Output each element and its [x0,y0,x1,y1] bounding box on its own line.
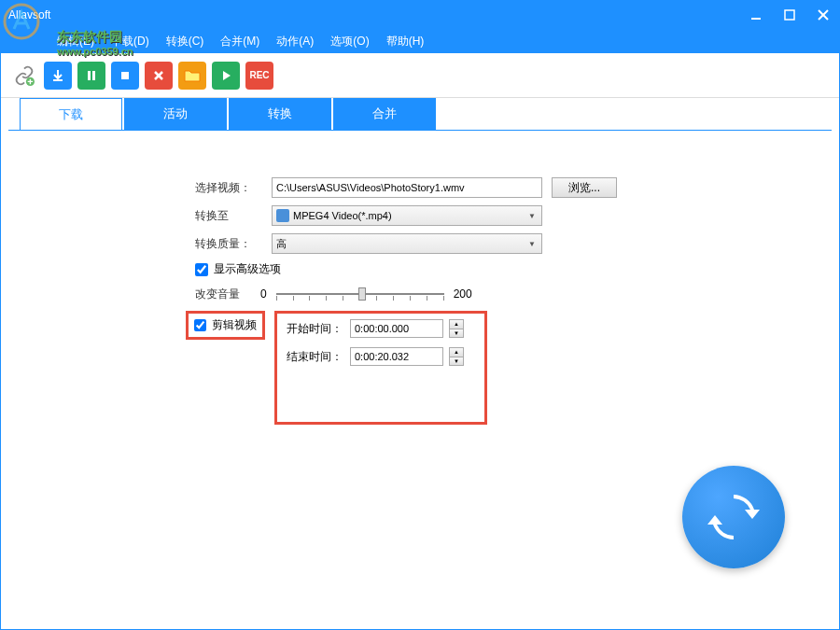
clip-video-checkbox[interactable] [194,319,206,331]
menu-option[interactable]: 选项(O) [330,34,369,49]
paste-url-button[interactable] [10,62,38,90]
minimize-button[interactable] [748,7,764,23]
tabs: 下载 活动 转换 合并 [1,98,839,130]
close-button[interactable] [815,7,832,23]
start-time-label: 开始时间： [287,321,344,337]
end-time-spinner[interactable]: ▲▼ [449,347,464,366]
svg-rect-2 [785,10,794,20]
show-advanced-checkbox[interactable] [195,263,208,276]
browse-button[interactable]: 浏览... [552,177,617,198]
time-range-highlight: 开始时间： ▲▼ 结束时间： ▲▼ [274,311,487,425]
convert-to-value: MPEG4 Video(*.mp4) [293,210,392,221]
format-icon [276,209,289,222]
quality-value: 高 [276,237,287,251]
app-title: Allavsoft [8,8,50,21]
pause-button[interactable] [77,62,105,90]
menu-convert[interactable]: 转换(C) [166,34,204,49]
watermark-text: 东东软件园 www.pc0359.cn [57,29,133,57]
tab-convert[interactable]: 转换 [229,98,331,130]
menu-merge[interactable]: 合并(M) [220,34,259,49]
convert-run-button[interactable] [682,466,785,568]
stop-button[interactable] [111,62,139,90]
download-button[interactable] [44,62,72,90]
start-time-spinner[interactable]: ▲▼ [449,319,464,338]
clip-video-label: 剪辑视频 [212,317,257,333]
volume-label: 改变音量 [195,287,251,302]
clip-video-highlight: 剪辑视频 [186,311,265,340]
end-time-label: 结束时间： [287,349,344,365]
refresh-icon [706,489,762,545]
start-time-input[interactable] [350,319,443,338]
delete-button[interactable] [145,62,173,90]
maximize-button[interactable] [781,7,798,23]
volume-min: 0 [260,287,267,301]
menu-help[interactable]: 帮助(H) [386,34,425,49]
quality-combo[interactable]: 高 [272,233,542,254]
open-folder-button[interactable] [178,62,206,90]
show-advanced-label: 显示高级选项 [214,261,281,277]
play-button[interactable] [212,62,240,90]
volume-max: 200 [454,287,472,301]
menu-action[interactable]: 动作(A) [276,34,314,49]
tab-activity[interactable]: 活动 [124,98,227,130]
end-time-input[interactable] [350,347,443,366]
titlebar: Allavsoft [1,1,839,29]
select-video-label: 选择视频： [195,180,262,196]
volume-slider[interactable] [276,285,444,303]
svg-rect-6 [88,71,91,80]
tab-download[interactable]: 下载 [20,98,122,130]
svg-rect-8 [121,72,129,79]
record-button[interactable]: REC [245,62,273,90]
select-video-input[interactable] [272,177,542,198]
svg-rect-7 [92,71,95,80]
convert-to-label: 转换至 [195,208,262,224]
convert-to-combo[interactable]: MPEG4 Video(*.mp4) [272,205,542,226]
quality-label: 转换质量： [195,236,262,252]
toolbar: REC [1,53,839,98]
content-panel: 选择视频： 浏览... 转换至 MPEG4 Video(*.mp4) 转换质量：… [8,130,832,624]
tab-merge[interactable]: 合并 [333,98,436,130]
